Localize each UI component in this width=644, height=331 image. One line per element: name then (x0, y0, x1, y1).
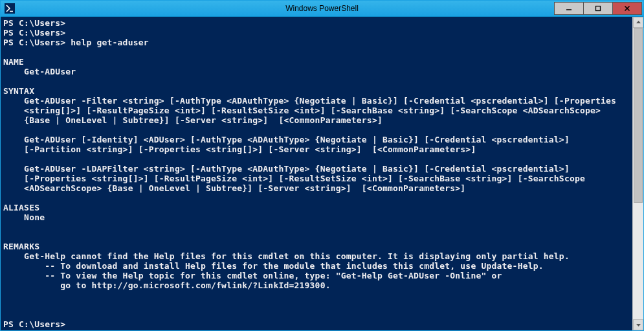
vertical-scrollbar[interactable] (632, 17, 643, 330)
window-title: Windows PowerShell (1, 4, 643, 13)
scroll-down-button[interactable] (633, 319, 643, 330)
close-button[interactable] (612, 2, 642, 15)
scroll-up-button[interactable] (633, 17, 643, 28)
client-area: PS C:\Users> PS C:\Users> PS C:\Users> h… (1, 17, 643, 330)
scrollbar-thumb[interactable] (634, 28, 643, 203)
titlebar[interactable]: Windows PowerShell (1, 1, 643, 17)
terminal-output[interactable]: PS C:\Users> PS C:\Users> PS C:\Users> h… (1, 17, 632, 330)
powershell-icon (5, 3, 15, 14)
maximize-button[interactable] (583, 2, 613, 15)
window-controls (555, 2, 642, 15)
powershell-window: Windows PowerShell PS C:\Users> PS C:\Us… (0, 0, 644, 331)
minimize-button[interactable] (554, 2, 584, 15)
svg-rect-3 (596, 6, 601, 11)
scrollbar-track[interactable] (633, 28, 643, 319)
